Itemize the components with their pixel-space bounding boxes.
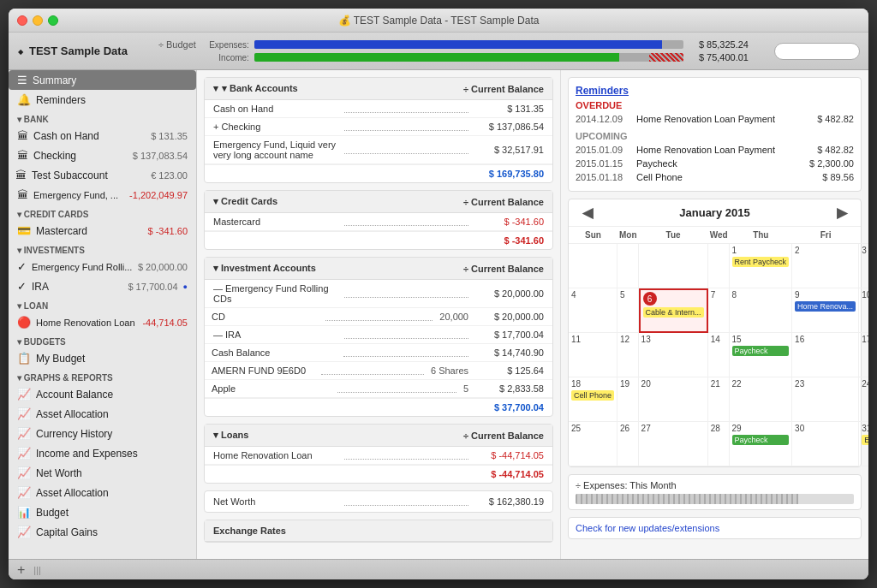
expenses-bar-container [576,494,854,504]
cal-cell-16[interactable]: 16 [792,333,859,377]
cal-cell-29[interactable]: 29 Paycheck [730,422,793,466]
cal-cell-2[interactable]: 2 [792,244,859,288]
sidebar-item-mybudget[interactable]: 📋 My Budget [9,348,196,368]
sidebar-summary-label: Summary [33,74,76,86]
summary-icon: ☰ [17,74,27,86]
sidebar-item-loan[interactable]: 🔴 Home Renovation Loan -44,714.05 [9,312,196,332]
inv-row-cd[interactable]: CD 20,000 $ 20,000.00 [205,308,552,326]
sidebar-bank-header: ▾ BANK [9,110,196,126]
sidebar-item-budget-graph[interactable]: 📊 Budget [9,502,196,522]
loans-header-label: ▾ Loans [213,430,248,441]
cal-cell-17[interactable]: 17 [859,333,868,377]
sidebar-item-subaccount[interactable]: 🏛 Test Subaccount € 123.00 [9,165,196,185]
bank-row-checking[interactable]: + Checking $ 137,086.54 [205,118,552,136]
cal-cell-21[interactable]: 21 [708,377,730,422]
overdue-row-0[interactable]: 2014.12.09 Home Renovation Loan Payment … [576,112,854,126]
expenses-bar-fill [576,494,798,504]
inv-row-efrolling[interactable]: — Emergency Fund Rolling CDs $ 20,000.00 [205,280,552,308]
sidebar-item-income-expenses[interactable]: 📈 Income and Expenses [9,443,196,463]
cal-cell-8[interactable]: 8 [730,288,793,333]
cal-cell-9[interactable]: 9 Home Renova... [792,288,859,333]
cal-cell-13[interactable]: 13 [639,333,708,377]
loan-row-home[interactable]: Home Renovation Loan $ -44,714.05 [205,447,552,465]
account-selector[interactable]: ⬥ TEST Sample Data [17,45,128,57]
cal-cell-14[interactable]: 14 [708,333,730,377]
cal-cell-26[interactable]: 26 [617,422,639,466]
sidebar-item-efrolling[interactable]: ✓ Emergency Fund Rolli... $ 20,000.00 [9,257,196,276]
bank-row-emergency[interactable]: Emergency Fund, Liquid very very long ac… [205,136,552,164]
cal-cell-30[interactable]: 30 [792,422,859,466]
inv-row-amern[interactable]: AMERN FUND 9E6D0 6 Shares $ 125.64 [205,362,552,380]
sidebar-item-emergency[interactable]: 🏛 Emergency Fund, ... -1,202,049.97 [9,185,196,205]
cal-cell-22[interactable]: 22 [730,377,793,422]
sidebar-item-capital-gains[interactable]: 📈 Capital Gains [9,522,196,542]
sidebar-subaccount-amount: € 123.00 [151,170,188,181]
cal-cell-7[interactable]: 7 [708,288,730,333]
cal-date-14: 14 [711,335,726,344]
bank-row-cash[interactable]: Cash on Hand $ 131.35 [205,100,552,118]
sidebar-item-reminders[interactable]: 🔔 Reminders [9,90,196,110]
minimize-button[interactable] [33,15,43,26]
cal-cell-18[interactable]: 18 Cell Phone [569,377,617,422]
cal-date-25: 25 [571,424,614,433]
maximize-button[interactable] [48,15,58,26]
add-button[interactable]: + [17,562,25,578]
cal-cell-empty-2 [617,244,639,288]
calendar-header: ◀ January 2015 ▶ [569,199,861,226]
sidebar-item-checking[interactable]: 🏛 Checking $ 137,083.54 [9,146,196,165]
sidebar-item-asset-allocation[interactable]: 📈 Asset Allocation [9,404,196,424]
cal-cell-12[interactable]: 12 [617,333,639,377]
cal-cell-31[interactable]: 31 Emergency Fu... CD shares [859,422,868,466]
cal-date-15: 15 [732,335,790,344]
inv-cd-shares: 20,000 [439,312,468,322]
cal-cell-empty-3 [639,244,708,288]
cal-prev[interactable]: ◀ [577,205,598,221]
check-updates-link[interactable]: Check for new updates/extensions [576,523,719,533]
bank-total: $ 169,735.80 [205,164,552,182]
cal-event-cable: Cable & Intern... [643,307,704,318]
cal-cell-6[interactable]: 6 Cable & Intern... [639,288,708,333]
cal-date-30: 30 [795,424,856,433]
cal-date-18: 18 [571,379,614,389]
cal-cell-27[interactable]: 27 [639,422,708,466]
close-button[interactable] [17,15,27,26]
cal-cell-28[interactable]: 28 [708,422,730,466]
cal-cell-11[interactable]: 11 [569,333,617,377]
sidebar-loan-amount: -44,714.05 [142,318,188,328]
sidebar-item-currency-history[interactable]: 📈 Currency History [9,424,196,443]
cal-cell-25[interactable]: 25 [569,422,617,466]
upcoming-row-2[interactable]: 2015.01.18 Cell Phone $ 89.56 [576,170,854,184]
cal-next[interactable]: ▶ [832,205,852,221]
inv-row-ira[interactable]: — IRA $ 17,700.04 [205,326,552,344]
upcoming-row-1[interactable]: 2015.01.15 Paycheck $ 2,300.00 [576,157,854,170]
net-worth-section: Net Worth $ 162,380.19 [204,490,553,513]
budget-section: ÷ Budget Expenses: $ 85,325.24 Income: [153,39,749,62]
cal-cell-10[interactable]: 10 [859,288,868,333]
cal-cell-4[interactable]: 4 [569,288,617,333]
cal-cell-3[interactable]: 3 [859,244,868,288]
investment-total: $ 37,700.04 [205,398,552,416]
cal-cell-15[interactable]: 15 Paycheck [730,333,793,377]
cal-cell-5[interactable]: 5 [617,288,639,333]
cal-cell-23[interactable]: 23 [792,377,859,422]
cal-cell-1[interactable]: 1 Rent Paycheck [730,244,793,288]
graph-icon-6: 📈 [17,486,31,499]
reminders-title[interactable]: Reminders [576,85,854,97]
sidebar-item-asset-allocation-2[interactable]: 📈 Asset Allocation [9,483,196,502]
sidebar-item-ira[interactable]: ✓ IRA $ 17,700.04 ● [9,276,196,296]
upcoming-row-0[interactable]: 2015.01.09 Home Renovation Loan Payment … [576,143,854,157]
sidebar-item-summary[interactable]: ☰ Summary [9,70,196,90]
credit-row-mastercard[interactable]: Mastercard $ -341.60 [205,213,552,231]
cal-cell-19[interactable]: 19 [617,377,639,422]
cal-cell-20[interactable]: 20 [639,377,708,422]
search-input[interactable] [774,43,860,60]
inv-row-apple[interactable]: Apple 5 $ 2,833.58 [205,380,552,398]
graph-icon-4: 📈 [17,447,31,460]
net-worth-amount: $ 162,380.19 [475,496,544,507]
sidebar-item-cash[interactable]: 🏛 Cash on Hand $ 131.35 [9,126,196,146]
cal-cell-24[interactable]: 24 [859,377,868,422]
sidebar-item-net-worth[interactable]: 📈 Net Worth [9,463,196,483]
sidebar-item-mastercard[interactable]: 💳 Mastercard $ -341.60 [9,221,196,241]
inv-row-cash[interactable]: Cash Balance $ 14,740.90 [205,344,552,362]
sidebar-item-account-balance[interactable]: 📈 Account Balance [9,384,196,404]
